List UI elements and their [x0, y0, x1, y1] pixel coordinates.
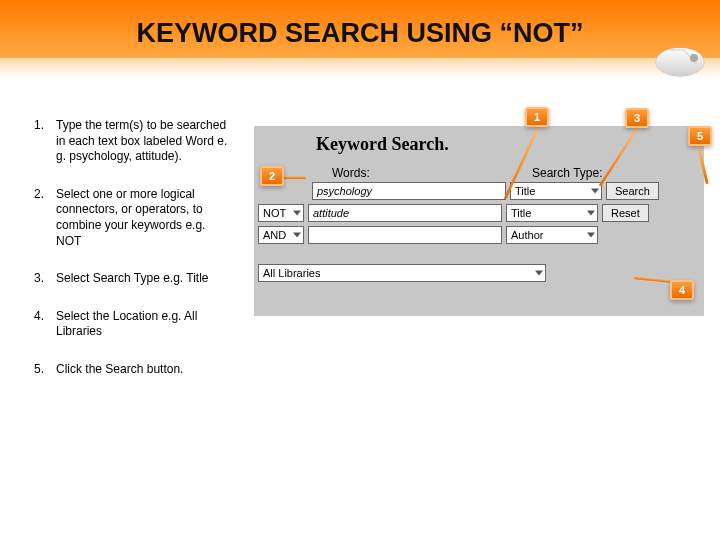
- reset-button[interactable]: Reset: [602, 204, 649, 222]
- search-type-select[interactable]: Author: [506, 226, 598, 244]
- instruction-item: 2.Select one or more logical connectors,…: [34, 187, 230, 249]
- connector-select[interactable]: AND: [258, 226, 304, 244]
- keyword-search-panel: Keyword Search. Words: Search Type: psyc…: [254, 126, 704, 316]
- word-input[interactable]: psychology: [312, 182, 506, 200]
- search-row: NOT attitude Title Reset: [258, 204, 649, 222]
- callout-2: 2: [260, 166, 284, 186]
- svg-point-2: [690, 54, 698, 62]
- callout-4: 4: [670, 280, 694, 300]
- search-type-select[interactable]: Title: [510, 182, 602, 200]
- location-select[interactable]: All Libraries: [258, 264, 546, 282]
- connector-select[interactable]: NOT: [258, 204, 304, 222]
- instruction-item: 3.Select Search Type e.g. Title: [34, 271, 230, 287]
- instruction-item: 5.Click the Search button.: [34, 362, 230, 378]
- words-label: Words:: [332, 166, 370, 180]
- callout-connector: [282, 176, 306, 179]
- word-input[interactable]: [308, 226, 502, 244]
- search-type-select[interactable]: Title: [506, 204, 598, 222]
- instruction-item: 4.Select the Location e.g. All Libraries: [34, 309, 230, 340]
- svg-point-1: [656, 48, 704, 76]
- mouse-icon: [650, 40, 710, 80]
- word-input[interactable]: attitude: [308, 204, 502, 222]
- instruction-item: 1.Type the term(s) to be searched in eac…: [34, 118, 230, 165]
- callout-5: 5: [688, 126, 712, 146]
- page-title: KEYWORD SEARCH USING “NOT”: [0, 18, 720, 49]
- instructions-list: 1.Type the term(s) to be searched in eac…: [34, 118, 230, 400]
- location-row: All Libraries: [258, 264, 546, 282]
- search-type-label: Search Type:: [532, 166, 603, 180]
- callout-3: 3: [625, 108, 649, 128]
- search-button[interactable]: Search: [606, 182, 659, 200]
- panel-heading: Keyword Search.: [316, 134, 449, 155]
- search-row: AND Author: [258, 226, 598, 244]
- callout-1: 1: [525, 107, 549, 127]
